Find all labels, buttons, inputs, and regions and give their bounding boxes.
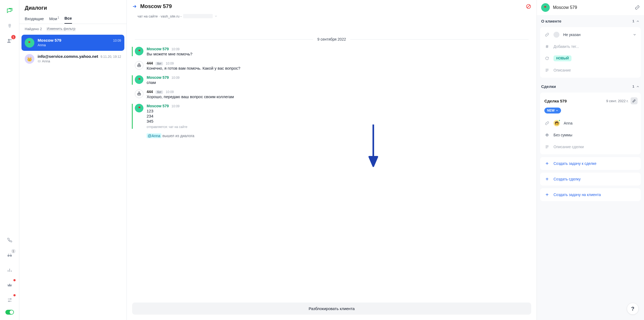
conversation-title: Moscow 579: [140, 3, 172, 9]
message-text: Вы можете мне помочь?: [147, 52, 529, 56]
deal-name: Сделка 579: [544, 99, 604, 103]
text-icon: [545, 68, 549, 72]
deal-card: Сделка 579 9 сент. 2022 г. NEW 🧑 Anna $ …: [540, 93, 641, 154]
svg-point-4: [7, 255, 9, 257]
avatar-icon: [553, 32, 559, 38]
nav-stats[interactable]: [3, 264, 16, 276]
link-icon[interactable]: [635, 5, 640, 10]
message-avatar: [135, 90, 143, 98]
message-author: Moscow 579: [147, 104, 169, 108]
tab-inbox[interactable]: Входящие: [25, 14, 44, 24]
link-icon: [545, 121, 549, 125]
svg-point-13: [139, 65, 140, 66]
deal-status-chip[interactable]: NEW: [544, 108, 561, 113]
deal-amount-field[interactable]: $ Без суммы: [540, 129, 641, 141]
conversation-source[interactable]: чат на сайте · vash_site.ru -: [127, 13, 537, 21]
tab-mine[interactable]: Мои1: [49, 14, 59, 24]
chevron-up-icon: [636, 19, 640, 23]
client-panel: Moscow 579 О клиенте 1 Не указан Добавит…: [537, 0, 644, 320]
create-deal-button[interactable]: + Создать сделку: [540, 173, 641, 186]
edit-filter-link[interactable]: Изменить фильтр: [47, 27, 75, 31]
message: 444бот10:09 Хорошо, передаю ваш вопрос с…: [135, 90, 529, 99]
message-meta: отправляется: чат на сайте: [147, 125, 529, 129]
message-text: 234: [147, 114, 529, 118]
bot-badge: бот: [155, 62, 163, 65]
redacted-placeholder: [183, 14, 213, 18]
svg-rect-11: [138, 65, 141, 67]
found-count: Найдено 2: [25, 27, 42, 31]
nav-phone[interactable]: [3, 233, 16, 246]
filter-row: Найдено 2 Изменить фильтр: [19, 24, 126, 35]
client-avatar: [541, 3, 550, 12]
svg-rect-0: [8, 24, 11, 27]
svg-rect-6: [9, 255, 10, 256]
deals-section-header[interactable]: Сделки 1: [537, 80, 644, 93]
status-chip: НОВЫЙ: [553, 55, 571, 61]
svg-point-15: [139, 94, 139, 94]
message-time: 10:09: [171, 104, 179, 108]
status-field[interactable]: НОВЫЙ: [540, 52, 641, 64]
unblock-client-button[interactable]: Разблокировать клиента: [132, 303, 531, 315]
nav-contacts[interactable]: 1: [3, 34, 16, 47]
dialog-item-time: 9.11.20, 19:12: [100, 55, 121, 59]
deal-edit-button[interactable]: [631, 97, 638, 104]
chevron-up-icon: [636, 85, 640, 88]
bar-chart-icon: [7, 267, 12, 273]
svg-point-7: [10, 298, 11, 299]
contacts-badge: 1: [11, 35, 16, 39]
conversation-header: Moscow 579: [127, 0, 537, 13]
nav-rail: 1 1: [0, 0, 19, 320]
tab-all[interactable]: Все: [64, 14, 72, 24]
message-list: 9 сентября 2022 Moscow 57910:09 Вы может…: [127, 21, 537, 300]
dialog-item[interactable]: Moscow 579 10:09 Anna: [21, 35, 124, 51]
plus-icon: +: [544, 161, 550, 166]
phone-icon: [7, 237, 12, 243]
dialog-item[interactable]: 👑 info@service.comms.yahoo.net 9.11.20, …: [21, 51, 124, 67]
dialog-avatar: 👑: [25, 54, 34, 64]
settings-dot: [13, 294, 16, 296]
nav-settings[interactable]: [3, 294, 16, 307]
client-name: Moscow 579: [553, 5, 632, 10]
crown-dot: [13, 279, 16, 281]
deal-owner-field[interactable]: 🧑 Anna: [540, 117, 641, 129]
nav-dialogs[interactable]: [3, 4, 16, 17]
help-button[interactable]: ?: [627, 303, 639, 315]
tags-field[interactable]: Добавить тег...: [540, 41, 641, 52]
nav-light[interactable]: [3, 19, 16, 32]
employee-field[interactable]: Не указан: [540, 29, 641, 41]
bot-icon: [136, 91, 142, 97]
create-client-task-button[interactable]: + Создать задачу на клиента: [540, 188, 641, 201]
bot-badge: бот: [155, 90, 163, 94]
plus-icon: +: [544, 176, 550, 182]
flag-icon: [138, 106, 142, 110]
lightbulb-icon: [7, 23, 13, 29]
arrow-right-icon[interactable]: [132, 4, 137, 9]
svg-point-5: [10, 255, 12, 257]
message-author: 444: [147, 90, 153, 94]
message-time: 10:09: [166, 90, 174, 94]
svg-text:$: $: [547, 134, 548, 136]
message-author: Moscow 579: [147, 75, 169, 80]
description-field[interactable]: Описание: [540, 64, 641, 76]
dialog-tabs: Входящие Мои1 Все: [19, 14, 126, 24]
system-message: @Anna вышел из диалога: [135, 134, 529, 138]
create-deal-task-button[interactable]: + Создать задачу к сделке: [540, 157, 641, 170]
deal-description-field[interactable]: Описание сделки: [540, 141, 641, 153]
dialog-list: Moscow 579 10:09 Anna 👑 info@service.com…: [19, 35, 126, 320]
nav-crown[interactable]: [3, 279, 16, 291]
online-toggle[interactable]: [5, 310, 14, 315]
block-icon[interactable]: [526, 4, 531, 9]
svg-point-2: [8, 39, 10, 41]
chevron-down-icon: [633, 33, 636, 37]
flag-icon: [138, 77, 142, 82]
dialogs-panel: Диалоги Входящие Мои1 Все Найдено 2 Изме…: [19, 0, 127, 320]
chevron-down-icon: [214, 15, 218, 18]
about-card: Не указан Добавить тег... НОВЫЙ Описание: [540, 27, 641, 78]
message: Moscow 57910:09 Вы можете мне помочь?: [132, 47, 529, 56]
about-section-header[interactable]: О клиенте 1: [537, 15, 644, 27]
client-header: Moscow 579: [537, 0, 644, 15]
nav-binoculars[interactable]: 1: [3, 248, 16, 261]
date-separator: 9 сентября 2022: [135, 37, 529, 41]
refresh-icon: [545, 56, 549, 61]
dialog-item-time: 10:09: [113, 39, 121, 42]
